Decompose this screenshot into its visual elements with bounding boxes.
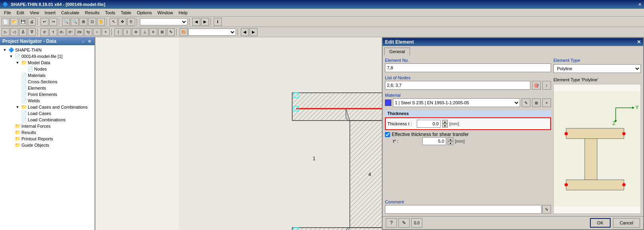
ok-button[interactable]: OK: [590, 218, 611, 228]
material-select[interactable]: 1 | Steel S 235 | EN 1993-1-1:2005-05: [393, 98, 520, 107]
tree-root[interactable]: ▼ 🔷 SHAPE-THIN: [0, 47, 95, 53]
view-combo2[interactable]: [188, 29, 236, 36]
tree-model-file[interactable]: ▼ 📄 000149-model-file [1]: [0, 53, 95, 59]
prev-button[interactable]: ◀: [192, 18, 200, 26]
zoom-out-button[interactable]: 🔍: [71, 18, 79, 26]
zoom-sel-button[interactable]: ⊡: [88, 18, 96, 26]
tree-point-elements[interactable]: 📄 Point Elements: [0, 91, 95, 98]
material-edit-button[interactable]: ✎: [522, 98, 530, 107]
menu-help[interactable]: Help: [176, 10, 190, 15]
tb2-btn3[interactable]: Δ: [19, 28, 27, 36]
tree-nodes[interactable]: 📄 Nodes: [0, 66, 95, 72]
dialog-close-button[interactable]: ✕: [637, 39, 641, 45]
tree-load-cases-combinations[interactable]: ▼ 📁 Load Cases and Combinations: [0, 104, 95, 110]
tb2-btn13[interactable]: ⟨: [114, 28, 122, 36]
tb2-next[interactable]: ▶: [249, 28, 257, 36]
menu-insert[interactable]: Insert: [42, 10, 58, 15]
thickness-spin-up[interactable]: ▲: [442, 120, 448, 124]
comment-btn[interactable]: ✎: [542, 205, 551, 214]
copy-button[interactable]: ⎘: [127, 18, 135, 26]
tb2-btn10[interactable]: τy: [84, 28, 92, 36]
tree-load-cases[interactable]: 📄 Load Cases: [0, 110, 95, 117]
thickness-spin-down[interactable]: ▼: [442, 124, 448, 128]
tb2-btn7[interactable]: σ↓: [58, 28, 66, 36]
t-star-spin-down[interactable]: ▼: [448, 141, 453, 145]
tree-internal-forces[interactable]: 📁 Internal Forces: [0, 123, 95, 129]
open-button[interactable]: 📂: [10, 18, 18, 26]
cancel-button[interactable]: Cancel: [613, 218, 640, 228]
move-button[interactable]: ✥: [118, 18, 126, 26]
window-close-button[interactable]: ✕: [638, 2, 642, 7]
panel-min-button[interactable]: ○: [80, 38, 86, 44]
edit-mode-button[interactable]: ✎: [398, 218, 410, 228]
tree-materials[interactable]: 📄 Materials: [0, 72, 95, 79]
menu-view[interactable]: View: [27, 10, 42, 15]
nodes-picker-button[interactable]: 🎯: [532, 81, 541, 90]
effective-thickness-checkbox[interactable]: [385, 132, 390, 137]
next-button[interactable]: ▶: [201, 18, 209, 26]
redo-button[interactable]: ↪: [49, 18, 57, 26]
nodes-reverse-button[interactable]: ↕: [542, 81, 551, 90]
zoom-all-button[interactable]: ⊞: [79, 18, 87, 26]
new-button[interactable]: 📄: [2, 18, 10, 26]
tb2-btn2[interactable]: ◁: [10, 28, 18, 36]
tb2-btn4[interactable]: ∇: [28, 28, 36, 36]
canvas-area[interactable]: 7 8 4 5 1 2 6 Y Z Edit Ele: [95, 37, 644, 230]
tree-printout-reports[interactable]: 📁 Printout Reports: [0, 136, 95, 142]
tb2-btn16[interactable]: ⊥: [141, 28, 149, 36]
menu-results[interactable]: Results: [83, 10, 102, 15]
tb2-btn18[interactable]: ⊞: [158, 28, 166, 36]
tree-toggle-loads[interactable]: ▼: [14, 105, 21, 109]
tree-cross-sections[interactable]: 📄 Cross-Sections: [0, 79, 95, 85]
tree-model-data[interactable]: ▼ 📁 Model Data: [0, 59, 95, 66]
element-no-input[interactable]: [385, 63, 551, 72]
t-star-spin-up[interactable]: ▲: [448, 137, 453, 141]
tree-results[interactable]: 📁 Results: [0, 129, 95, 136]
tree-toggle-root[interactable]: ▼: [2, 48, 8, 52]
nodes-input[interactable]: [385, 81, 530, 90]
menu-calculate[interactable]: Calculate: [59, 10, 82, 15]
material-add-button[interactable]: +: [542, 98, 551, 107]
pan-button[interactable]: ✋: [97, 18, 105, 26]
print-button[interactable]: 🖨: [28, 18, 36, 26]
tb2-btn9[interactable]: σx: [75, 28, 83, 36]
table-view-button[interactable]: 0.0: [411, 218, 422, 228]
tb2-btn20[interactable]: 🎨: [180, 28, 188, 36]
select-button[interactable]: ↖: [110, 18, 118, 26]
t-star-input[interactable]: [422, 137, 446, 145]
tree-toggle-model[interactable]: ▼: [8, 54, 14, 58]
tb2-btn1[interactable]: ▷: [2, 28, 10, 36]
tree-elements[interactable]: 📄 Elements: [0, 85, 95, 91]
element-type-select[interactable]: Polyline: [553, 64, 641, 73]
tree-load-combinations[interactable]: 📄 Load Combinations: [0, 117, 95, 123]
save-button[interactable]: 💾: [19, 18, 27, 26]
tb2-btn19[interactable]: ✎: [167, 28, 175, 36]
material-browse-button[interactable]: ⊞: [532, 98, 541, 107]
tb2-btn6[interactable]: τ: [49, 28, 57, 36]
comment-input[interactable]: [385, 205, 542, 214]
thickness-t-input[interactable]: [417, 120, 441, 128]
tb2-prev[interactable]: ◀: [241, 28, 249, 36]
undo-button[interactable]: ↩: [41, 18, 48, 26]
tb2-btn17[interactable]: ≡: [149, 28, 157, 36]
menu-window[interactable]: Window: [155, 10, 175, 15]
tb2-btn12[interactable]: +: [102, 28, 110, 36]
help-button[interactable]: ?: [386, 218, 397, 228]
tree-guide-objects[interactable]: 📁 Guide Objects: [0, 142, 95, 148]
tab-general[interactable]: General: [384, 48, 410, 56]
menu-edit[interactable]: Edit: [14, 10, 27, 15]
tb2-btn14[interactable]: ⟩: [123, 28, 131, 36]
menu-options[interactable]: Options: [134, 10, 154, 15]
tb2-btn15[interactable]: ≋: [132, 28, 140, 36]
menu-file[interactable]: File: [2, 10, 14, 15]
menu-table[interactable]: Table: [118, 10, 133, 15]
tb2-btn8[interactable]: σ↑: [67, 28, 75, 36]
tree-toggle-model-data[interactable]: ▼: [14, 61, 21, 65]
zoom-in-button[interactable]: 🔍: [62, 18, 70, 26]
menu-tools[interactable]: Tools: [102, 10, 118, 15]
panel-close-button[interactable]: ✕: [87, 38, 92, 44]
info-button[interactable]: ℹ: [214, 18, 222, 26]
tb2-btn11[interactable]: ○: [93, 28, 101, 36]
view-combo[interactable]: [140, 18, 188, 25]
tb2-btn5[interactable]: σ: [41, 28, 48, 36]
